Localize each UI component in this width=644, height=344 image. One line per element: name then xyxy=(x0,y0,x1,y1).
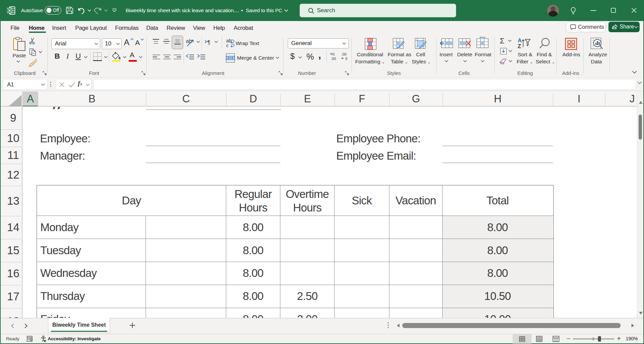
svg-text:Z: Z xyxy=(518,43,521,49)
svg-text:0: 0 xyxy=(332,52,335,56)
svg-text:ab: ab xyxy=(186,38,192,44)
svg-text:.00: .00 xyxy=(341,52,346,56)
svg-text:c: c xyxy=(226,43,229,48)
svg-text:.00: .00 xyxy=(331,57,336,61)
svg-text:¶: ¶ xyxy=(207,39,210,45)
svg-text:A: A xyxy=(518,38,522,43)
svg-text:0: 0 xyxy=(345,57,347,61)
